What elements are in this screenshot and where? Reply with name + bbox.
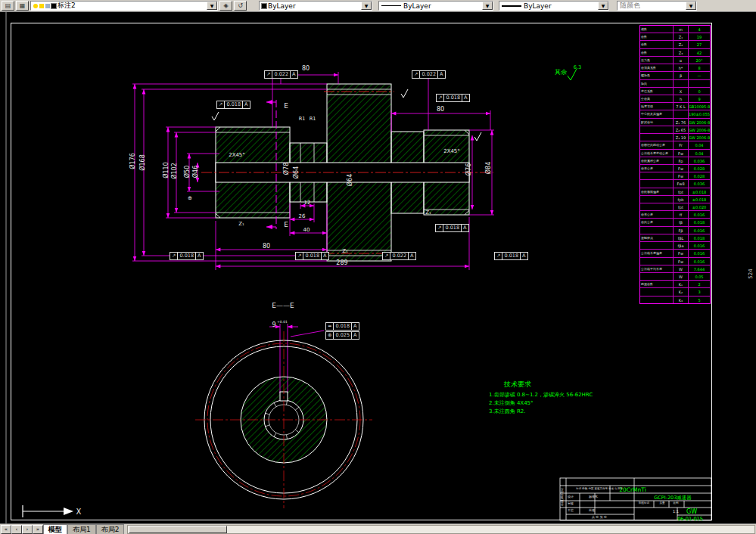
linetype-combo-dropdown-arrow[interactable]: ▼ (482, 2, 493, 10)
param-table-row: 接触斑点fβL0.018 (640, 234, 710, 242)
layer-states-button[interactable]: ▦ (16, 1, 29, 11)
param-table-row: 齿数Z₂27 (640, 41, 710, 48)
param-table-row: 压力角α20° (640, 57, 710, 64)
layout-tabs: 模型布局1布局2 (43, 524, 124, 534)
dimension-lines (132, 72, 494, 393)
layout-tab-bar: «‹›» 模型布局1布局2 (0, 523, 756, 534)
layer-previous-button[interactable]: ↺ (234, 1, 247, 11)
param-table-row: 齿距极限偏差fpt±0.018 (640, 188, 710, 196)
param-table-row: W0.05 (640, 273, 710, 281)
param-table-row: 齿距累积公差Fp0.036 (640, 157, 710, 165)
param-table-row: 变位系数X0 (640, 88, 710, 95)
param-table-row: 公法线长度偏差Fw0.016 (640, 250, 710, 257)
gear-parameter-table: 模数m4齿数Z₁19齿数Z₂27齿数Z₃42压力角α20°齿顶高系数h*8螺旋角… (639, 25, 711, 304)
param-table-row: 齿形公差ff0.016 (640, 211, 710, 219)
param-table-row: 齿数Z₃42 (640, 49, 710, 57)
param-table-row: 跨测齿数K₁2 (640, 281, 710, 288)
plotstyle-combo[interactable]: 随颜色 ▼ (617, 1, 697, 11)
section-view-ee (195, 331, 372, 508)
toolbar: ▤ ▦ 标注2 ▼ ◈ ↺ ByLayer ▼ ByLayer ▼ ByLaye… (0, 0, 756, 12)
param-table-row: fpt±0.020 (640, 203, 710, 211)
tab-布局2[interactable]: 布局2 (96, 524, 125, 534)
horizontal-scrollbar[interactable] (127, 525, 755, 534)
param-table-row: Fw0.028 (640, 172, 710, 180)
param-table-row: Fw80.036 (640, 180, 710, 188)
param-table-row: fβa0.016 (640, 242, 710, 250)
shaft-section-view (201, 84, 493, 261)
plotstyle-combo-value: 随颜色 (620, 1, 640, 11)
title-block-grid (560, 478, 711, 520)
color-combo[interactable]: ByLayer ▼ (259, 1, 372, 11)
param-table-row: Z₃ 19GW 2006-86 (640, 134, 710, 141)
color-combo-dropdown-arrow[interactable]: ▼ (361, 2, 372, 10)
layers-icon: ▤ (5, 2, 11, 9)
lineweight-sample-icon (502, 5, 521, 7)
tab-模型[interactable]: 模型 (43, 524, 67, 534)
tab-nav-button[interactable]: ‹ (11, 525, 22, 534)
param-table-row: 中心距及其偏差190±0.055 (640, 110, 710, 118)
tab-navigation: «‹›» (1, 525, 43, 534)
param-table-row: 公法线平均长度W7.644 (640, 265, 710, 273)
plotstyle-combo-dropdown-arrow[interactable]: ▼ (686, 2, 696, 10)
tab-布局1[interactable]: 布局1 (67, 524, 96, 534)
layer-manager-button[interactable]: ▤ (2, 1, 14, 11)
param-table-row: Fw0.016 (640, 258, 710, 265)
param-table-row: 模数m4 (640, 26, 710, 33)
undo-layer-icon: ↺ (238, 2, 243, 9)
param-table-row: 旋向 (640, 80, 710, 88)
sun-icon (39, 4, 44, 8)
lineweight-combo-dropdown-arrow[interactable]: ▼ (598, 2, 608, 10)
lineweight-combo-value: ByLayer (524, 2, 552, 10)
layer-color-chip (51, 4, 56, 8)
param-table-row: 齿形公差Fw0.028 (640, 165, 710, 172)
param-table-row: 齿向公差fβ0.018 (640, 219, 710, 226)
param-table-row: 螺旋角β— (640, 72, 710, 79)
lock-icon (45, 4, 50, 8)
param-table-row: K₃5 (640, 296, 710, 303)
lineweight-combo[interactable]: ByLayer ▼ (499, 1, 609, 11)
param-table-row: fpb±0.018 (640, 196, 710, 203)
param-table-row: 全齿高h9 (640, 95, 710, 103)
param-table-row: 齿顶高系数h*8 (640, 64, 710, 72)
linetype-sample-icon (381, 5, 401, 6)
layer-combo-value: 标注2 (58, 1, 76, 11)
scrollbar-thumb[interactable] (129, 526, 227, 533)
linetype-combo-value: ByLayer (403, 2, 431, 10)
make-current-icon: ◈ (223, 2, 228, 9)
param-table-row: 齿数Z₁19 (640, 33, 710, 41)
param-table-row: Z₂ 65GW 2006-86 (640, 126, 710, 134)
param-table-row: 齿圈径向跳动公差Fr0.04 (640, 141, 710, 149)
param-table-row: K₂3 (640, 288, 710, 296)
tab-nav-button[interactable]: « (1, 525, 11, 534)
param-table-row: 公法线长度变动公差Fw0.04 (640, 150, 710, 157)
bulb-icon (33, 4, 38, 8)
ucs-icon (23, 505, 73, 517)
cad-application: 8080Ø176Ø168Ø110Ø102Ø50Ø46⊕2X45°Ø78Ø64Ø6… (0, 0, 756, 534)
sheet-icon: ▦ (20, 2, 26, 9)
color-chip (262, 4, 266, 8)
param-table-row: 精度等级7 K LGB10095-88 (640, 103, 710, 110)
layer-combo[interactable]: 标注2 ▼ (30, 1, 218, 11)
make-object-layer-current-button[interactable]: ◈ (219, 1, 232, 11)
param-table-row: 配对齿轮Z₁ 76GW 2006-86 (640, 119, 710, 126)
param-table-row: Fβ0.016 (640, 227, 710, 234)
tab-nav-button[interactable]: › (22, 525, 33, 534)
linetype-combo[interactable]: ByLayer ▼ (378, 1, 493, 11)
tab-nav-button[interactable]: » (33, 525, 43, 534)
layer-combo-dropdown-arrow[interactable]: ▼ (207, 2, 217, 10)
color-combo-value: ByLayer (268, 2, 296, 10)
